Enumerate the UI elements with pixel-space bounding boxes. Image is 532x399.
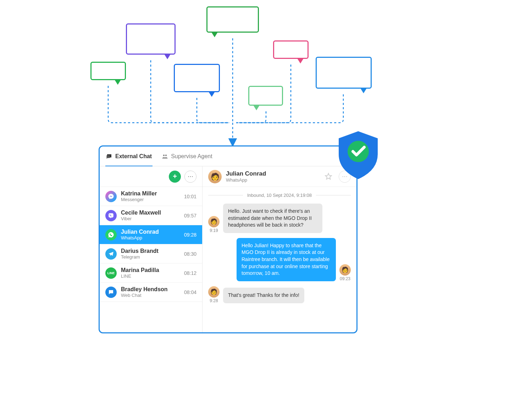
message-time: 09:23 [340, 276, 350, 281]
message-time: 9:28 [210, 298, 218, 303]
tabs-bar: External Chat Supervise Agent [100, 146, 356, 166]
avatar: 🧑 [339, 264, 351, 276]
conversation-name: Julian Conrad [121, 229, 180, 235]
conversation-item[interactable]: Darius Brandt Telegram 08:30 [100, 244, 202, 264]
conversation-time: 09:28 [184, 232, 196, 238]
message-bubble: That's great! Thanks for the info! [223, 288, 304, 303]
whatsapp-icon [105, 229, 117, 240]
agent-group-icon [162, 153, 168, 160]
speech-bubble-icon [174, 64, 220, 92]
conversation-sidebar: + ⋯ Katrina Miller Messenger 10:01 Cecil… [100, 166, 203, 332]
speech-bubble-icon [206, 6, 259, 33]
conversation-time: 08:04 [184, 289, 196, 295]
conversation-channel: Messenger [121, 197, 180, 202]
chat-contact-name: Julian Conrad [226, 170, 318, 177]
conversation-name: Katrina Miller [121, 190, 180, 197]
chat-body: Inbound, 10 Sept 2024, 9:19:08 🧑 9:19 He… [203, 187, 356, 332]
channel-bubbles-diagram [89, 4, 387, 145]
message-row: 🧑 9:19 Hello. Just want to check if ther… [208, 204, 351, 233]
conversation-item[interactable]: Julian Conrad WhatsApp 09:28 [100, 225, 202, 244]
avatar: 🧑 [208, 216, 220, 227]
viber-icon [105, 210, 117, 221]
conversation-time: 08:12 [184, 270, 196, 276]
speech-bubble-icon [90, 62, 126, 80]
message-row: 🧑 9:28 That's great! Thanks for the info… [208, 286, 351, 303]
chat-divider: Inbound, 10 Sept 2024, 9:19:08 [208, 193, 351, 198]
star-button[interactable] [322, 171, 334, 183]
conversation-item[interactable]: Katrina Miller Messenger 10:01 [100, 187, 202, 206]
message-row: 🧑 09:23 Hello Julian! Happy to share tha… [208, 238, 351, 281]
line-icon: LINE [105, 267, 117, 279]
conversation-channel: LINE [121, 273, 180, 279]
message-bubble: Hello Julian! Happy to share that the MG… [237, 238, 336, 281]
chat-contact-channel: WhatsApp [226, 177, 318, 183]
message-bubble: Hello. Just want to check if there's an … [223, 204, 322, 233]
conversation-name: Cecile Maxwell [121, 210, 180, 216]
conversation-name: Darius Brandt [121, 248, 180, 254]
speech-bubble-icon [273, 40, 309, 59]
svg-point-1 [165, 154, 167, 156]
tab-supervise-agent[interactable]: Supervise Agent [162, 146, 212, 166]
conversation-time: 09:57 [184, 213, 196, 218]
chat-app-window: External Chat Supervise Agent + ⋯ Katrin… [99, 145, 358, 333]
conversation-channel: Telegram [121, 254, 180, 260]
conversation-channel: Viber [121, 216, 180, 221]
conversation-list: Katrina Miller Messenger 10:01 Cecile Ma… [100, 187, 202, 332]
chat-header: 🧑 Julian Conrad WhatsApp ⋯ [203, 166, 356, 187]
messenger-icon [105, 191, 117, 202]
message-time: 9:19 [210, 228, 218, 233]
avatar: 🧑 [208, 286, 220, 298]
speech-bubble-icon [126, 23, 176, 55]
svg-point-0 [163, 154, 165, 156]
tab-label: Supervise Agent [171, 153, 212, 160]
more-button[interactable]: ⋯ [184, 171, 196, 183]
chat-pane: 🧑 Julian Conrad WhatsApp ⋯ Inbound, 10 S… [203, 166, 356, 332]
add-button[interactable]: + [169, 171, 181, 183]
tab-label: External Chat [115, 153, 152, 160]
chat-bubble-icon [106, 153, 112, 160]
speech-bubble-icon [316, 57, 372, 89]
conversation-item[interactable]: Bradley Hendson Web Chat 08:04 [100, 283, 202, 302]
telegram-icon [105, 248, 117, 260]
conversation-name: Bradley Hendson [121, 286, 180, 293]
avatar: 🧑 [208, 170, 222, 183]
webchat-icon [105, 287, 117, 298]
conversation-time: 08:30 [184, 251, 196, 257]
speech-bubble-icon [248, 86, 283, 106]
conversation-time: 10:01 [184, 194, 196, 199]
conversation-name: Marina Padilla [121, 267, 180, 273]
conversation-item[interactable]: Cecile Maxwell Viber 09:57 [100, 206, 202, 225]
security-shield-icon [335, 129, 381, 181]
conversation-channel: Web Chat [121, 293, 180, 298]
tab-external-chat[interactable]: External Chat [106, 146, 152, 166]
conversation-channel: WhatsApp [121, 235, 180, 240]
conversation-item[interactable]: LINE Marina Padilla LINE 08:12 [100, 264, 202, 283]
sidebar-actions: + ⋯ [100, 166, 202, 187]
